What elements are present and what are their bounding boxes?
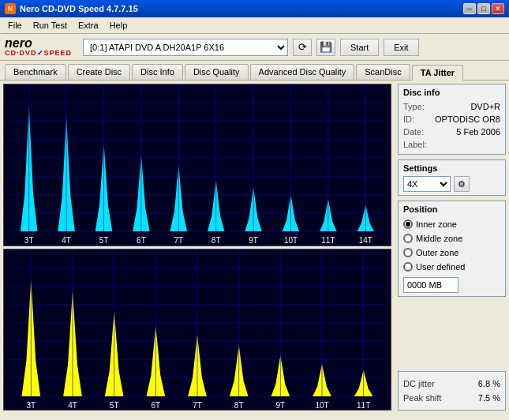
menu-help[interactable]: Help xyxy=(105,19,133,32)
refresh-icon-button[interactable]: ⟳ xyxy=(293,39,312,56)
title-bar: N Nero CD-DVD Speed 4.7.7.15 ─ □ ✕ xyxy=(0,0,509,17)
radio-outer-zone-btn[interactable] xyxy=(403,248,413,257)
mb-input[interactable] xyxy=(403,277,458,293)
nero-logo-subtitle: CD·DVD✓SPEED xyxy=(5,50,72,57)
menu-extra[interactable]: Extra xyxy=(73,19,103,32)
peak-shift-row: Peak shift 7.5 % xyxy=(403,391,500,405)
bottom-chart xyxy=(3,249,391,411)
tab-bar: Benchmark Create Disc Disc Info Disc Qua… xyxy=(0,61,509,81)
nero-logo: nero CD·DVD✓SPEED xyxy=(5,37,72,57)
exit-button[interactable]: Exit xyxy=(384,39,418,56)
menu-run-test[interactable]: Run Test xyxy=(28,19,72,32)
bottom-chart-canvas xyxy=(4,249,391,411)
radio-middle-zone-label: Middle zone xyxy=(416,231,462,246)
dc-jitter-label: DC jitter xyxy=(403,377,435,391)
top-chart-canvas xyxy=(4,84,391,246)
tab-benchmark[interactable]: Benchmark xyxy=(5,64,66,80)
type-label: Type: xyxy=(403,100,425,113)
date-value: 5 Feb 2006 xyxy=(456,126,500,138)
settings-row: 4X ⚙ xyxy=(403,176,500,192)
app-icon: N xyxy=(5,3,16,14)
charts-area xyxy=(0,81,395,414)
disc-label-label: Label: xyxy=(403,138,427,151)
stats-group: DC jitter 6.8 % Peak shift 7.5 % xyxy=(398,371,506,411)
tab-ta-jitter[interactable]: TA Jitter xyxy=(412,65,463,81)
position-group: Position Inner zone Middle zone Outer zo… xyxy=(398,201,506,297)
id-value: OPTODISC OR8 xyxy=(435,113,500,126)
tab-disc-quality[interactable]: Disc Quality xyxy=(185,64,249,80)
tab-disc-info[interactable]: Disc Info xyxy=(132,64,183,80)
drive-select[interactable]: [0:1] ATAPI DVD A DH20A1P 6X16 xyxy=(83,39,288,56)
id-label: ID: xyxy=(403,113,414,126)
radio-user-defined-label: User defined xyxy=(416,260,465,274)
window-title: Nero CD-DVD Speed 4.7.7.15 xyxy=(20,4,138,13)
radio-outer-zone-label: Outer zone xyxy=(416,246,458,260)
radio-inner-zone-label: Inner zone xyxy=(416,217,457,231)
position-title: Position xyxy=(403,204,500,214)
type-value: DVD+R xyxy=(470,100,500,113)
date-label: Date: xyxy=(403,126,424,138)
minimize-button[interactable]: ─ xyxy=(463,3,476,14)
radio-inner-zone[interactable]: Inner zone xyxy=(403,217,500,231)
radio-user-defined-btn[interactable] xyxy=(403,262,413,272)
radio-middle-zone[interactable]: Middle zone xyxy=(403,231,500,246)
radio-outer-zone[interactable]: Outer zone xyxy=(403,246,500,260)
nero-logo-text: nero xyxy=(5,37,32,50)
radio-inner-zone-btn[interactable] xyxy=(403,219,413,229)
peak-shift-label: Peak shift xyxy=(403,391,441,405)
side-panel: Disc info Type: DVD+R ID: OPTODISC OR8 D… xyxy=(395,81,509,414)
speed-select[interactable]: 4X xyxy=(403,176,451,192)
close-button[interactable]: ✕ xyxy=(492,3,504,14)
toolbar: nero CD·DVD✓SPEED [0:1] ATAPI DVD A DH20… xyxy=(0,34,509,61)
settings-group: Settings 4X ⚙ xyxy=(398,159,506,196)
tab-create-disc[interactable]: Create Disc xyxy=(68,64,130,80)
disc-info-group: Disc info Type: DVD+R ID: OPTODISC OR8 D… xyxy=(398,84,506,155)
menu-file[interactable]: File xyxy=(3,19,27,32)
start-button[interactable]: Start xyxy=(340,39,379,56)
disc-info-title: Disc info xyxy=(403,88,500,97)
top-chart xyxy=(3,84,391,246)
settings-title: Settings xyxy=(403,163,500,173)
dc-jitter-value: 6.8 % xyxy=(478,377,500,391)
radio-middle-zone-btn[interactable] xyxy=(403,234,413,243)
tab-advanced-disc-quality[interactable]: Advanced Disc Quality xyxy=(250,64,355,80)
main-content: Disc info Type: DVD+R ID: OPTODISC OR8 D… xyxy=(0,81,509,414)
dc-jitter-row: DC jitter 6.8 % xyxy=(403,377,500,391)
maximize-button[interactable]: □ xyxy=(477,3,490,14)
peak-shift-value: 7.5 % xyxy=(478,391,500,405)
radio-user-defined[interactable]: User defined xyxy=(403,260,500,274)
settings-icon-button[interactable]: ⚙ xyxy=(454,176,470,192)
menu-bar: File Run Test Extra Help xyxy=(0,17,509,34)
save-icon-button[interactable]: 💾 xyxy=(316,39,335,56)
tab-scandisc[interactable]: ScanDisc xyxy=(356,64,410,80)
